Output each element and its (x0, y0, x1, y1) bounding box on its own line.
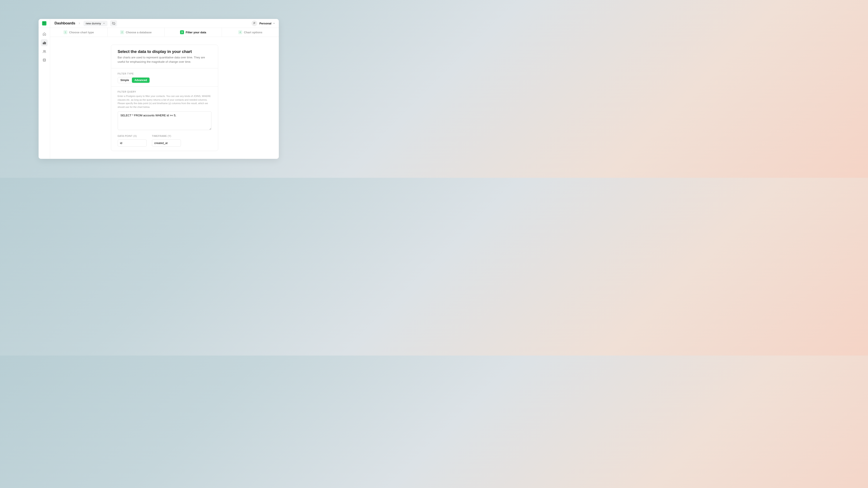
step-number: 3 (180, 30, 184, 34)
svg-point-8 (44, 51, 45, 52)
users-icon (42, 50, 46, 53)
step-chart-options[interactable]: 4 Chart options (222, 28, 279, 37)
step-number: 2 (120, 30, 124, 34)
filter-card: Select the data to display in your chart… (111, 45, 218, 151)
header-left: Dashboards new dummy (39, 19, 117, 28)
filter-query-section: FILTER QUERY Enter a Postgres query to f… (111, 87, 218, 151)
header-right: P Personal (252, 21, 275, 26)
breadcrumb-item-label: new dummy (86, 22, 101, 25)
home-icon (42, 32, 46, 36)
svg-rect-6 (45, 42, 46, 44)
svg-rect-4 (43, 43, 43, 44)
sidebar (39, 28, 50, 159)
step-filter-data[interactable]: 3 Filter your data (164, 28, 222, 37)
step-choose-chart-type[interactable]: 1 Choose chart type (50, 28, 107, 37)
main: 1 Choose chart type 2 Choose a database … (50, 28, 279, 159)
sidebar-item-home[interactable] (41, 31, 48, 37)
filter-type-toggle: Simple Advanced (118, 77, 150, 83)
card-title: Select the data to display in your chart (118, 49, 212, 54)
body: 1 Choose chart type 2 Choose a database … (39, 28, 279, 159)
header: Dashboards new dummy P (39, 19, 279, 28)
chevron-right-icon (78, 22, 81, 25)
content: Select the data to display in your chart… (50, 37, 279, 159)
svg-rect-5 (44, 42, 45, 44)
avatar-initial: P (253, 22, 255, 25)
step-number: 4 (238, 30, 242, 34)
step-label: Choose a database (126, 31, 152, 34)
step-label: Filter your data (186, 31, 206, 34)
filter-query-label: FILTER QUERY (118, 90, 212, 93)
avatar[interactable]: P (252, 21, 257, 26)
svg-point-9 (43, 59, 45, 60)
card-header: Select the data to display in your chart… (111, 45, 218, 68)
chevron-down-icon (103, 22, 105, 25)
timeframe-input[interactable] (152, 139, 181, 147)
sidebar-item-databases[interactable] (41, 57, 48, 64)
sidebar-item-dashboards[interactable] (41, 39, 48, 46)
visibility-toggle-button[interactable] (110, 20, 117, 26)
logo-container (39, 19, 50, 28)
stepper: 1 Choose chart type 2 Choose a database … (50, 28, 279, 37)
filter-type-advanced[interactable]: Advanced (132, 77, 150, 83)
bar-chart-icon (42, 41, 46, 45)
chevron-down-icon (273, 22, 275, 25)
timeframe-label: TIMEFRAME (Y) (152, 135, 181, 137)
breadcrumb-dropdown[interactable]: new dummy (84, 21, 107, 26)
step-choose-database[interactable]: 2 Choose a database (107, 28, 165, 37)
breadcrumb: Dashboards new dummy (50, 20, 117, 26)
filter-query-help: Enter a Postgres query to filter your co… (118, 94, 212, 109)
step-label: Choose chart type (69, 31, 94, 34)
eye-off-icon (112, 22, 115, 25)
timeframe-col: TIMEFRAME (Y) (152, 135, 181, 147)
workspace-dropdown[interactable]: Personal (259, 22, 275, 25)
database-icon (42, 58, 46, 62)
svg-point-7 (43, 50, 44, 52)
svg-rect-0 (43, 22, 44, 23)
columns-row: DATA POINT (X) TIMEFRAME (Y) (118, 135, 212, 147)
svg-marker-2 (43, 24, 44, 24)
filter-type-simple[interactable]: Simple (118, 77, 132, 83)
step-number: 1 (63, 30, 67, 34)
data-point-input[interactable] (118, 139, 147, 147)
sidebar-item-contacts[interactable] (41, 48, 48, 55)
svg-point-1 (44, 22, 45, 23)
data-point-col: DATA POINT (X) (118, 135, 147, 147)
step-label: Chart options (244, 31, 262, 34)
filter-type-section: FILTER TYPE Simple Advanced (111, 68, 218, 87)
app-window: Dashboards new dummy P (39, 19, 279, 159)
page-title: Dashboards (55, 21, 75, 26)
workspace-name: Personal (259, 22, 271, 25)
filter-type-label: FILTER TYPE (118, 72, 212, 75)
card-subtitle: Bar charts are used to represent quantit… (118, 55, 212, 64)
app-logo[interactable] (42, 21, 46, 26)
filter-query-input[interactable] (118, 111, 212, 130)
data-point-label: DATA POINT (X) (118, 135, 147, 137)
